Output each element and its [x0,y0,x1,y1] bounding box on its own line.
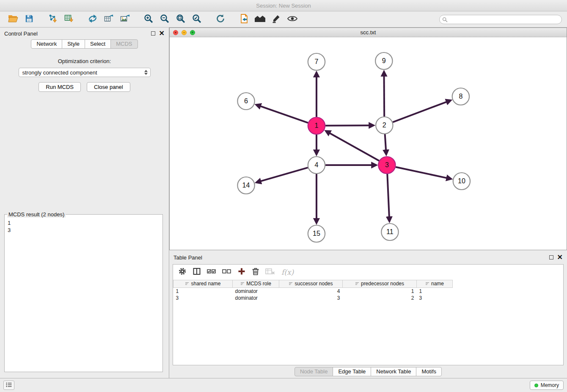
node-label-9: 9 [382,57,386,65]
share-document-button[interactable] [236,13,252,26]
tab-node-table[interactable]: Node Table [295,367,333,376]
export-image-button[interactable] [117,13,133,26]
search-input[interactable] [439,15,562,24]
close-icon[interactable]: ✕ [159,31,165,36]
tab-network-table[interactable]: Network Table [371,367,416,376]
edge-3-1[interactable] [330,133,379,161]
criterion-dropdown[interactable]: strongly connected component [19,68,151,77]
search-icon [442,17,448,24]
column-header-MCDS-role[interactable]: MCDS role [233,280,279,288]
column-header-predecessor-nodes[interactable]: predecessor nodes [343,280,417,288]
network-graph[interactable]: 7968124314101511 [170,37,567,250]
table-panel-tabs: Node TableEdge TableNetwork TableMotifs [295,367,442,376]
unselect-all-columns-button[interactable] [222,268,231,277]
delete-column-button[interactable] [252,267,259,277]
undock-icon[interactable] [151,31,155,36]
add-column-button[interactable] [237,267,246,277]
import-network-button[interactable] [45,13,61,26]
cell-successor-nodes[interactable]: 4 [279,288,343,295]
table-row[interactable]: 1dominator411 [173,288,564,295]
table-settings-button[interactable] [178,267,187,277]
node-label-10: 10 [458,177,465,185]
memory-button[interactable]: Memory [530,381,564,390]
edge-4-14[interactable] [261,168,308,181]
tab-mcds[interactable]: MCDS [110,39,138,49]
eye-icon [287,15,298,24]
edge-1-2[interactable] [325,125,369,126]
tab-select[interactable]: Select [85,39,111,49]
table-panel: Table Panel ✕ f(x) [169,251,567,378]
table-row[interactable]: 3dominator323 [173,295,564,301]
eye-button[interactable] [284,13,300,26]
task-history-button[interactable] [3,381,14,390]
network-window-title: scc.txt [361,29,376,36]
edge-2-9[interactable] [384,76,385,116]
cell-MCDS-role[interactable]: dominator [233,288,279,295]
tab-motifs[interactable]: Motifs [416,367,442,376]
show-columns-button[interactable] [193,267,201,277]
tab-network[interactable]: Network [31,39,62,49]
cell-MCDS-role[interactable]: dominator [233,295,279,301]
minimize-window-icon[interactable]: − [182,30,187,35]
column-header-shared-name[interactable]: shared name [173,280,233,288]
import-network-icon [48,14,58,25]
cell-shared-name[interactable]: 3 [173,295,233,301]
style-brush-icon [272,14,281,25]
zoom-out-icon [160,14,170,25]
import-table-icon [64,14,74,25]
mcds-result-box: MCDS result (2 nodes) 1 3 [4,211,163,372]
cell-shared-name[interactable]: 1 [173,288,233,295]
cell-name[interactable]: 1 [417,288,453,295]
column-header-name[interactable]: name [417,280,453,288]
refresh-button[interactable] [212,13,228,26]
export-table-button[interactable] [101,13,117,26]
window-titlebar: Session: New Session [0,0,567,11]
edge-3-11[interactable] [387,174,389,217]
undock-icon[interactable] [549,255,553,259]
style-brush-button[interactable] [268,13,284,26]
save-session-button[interactable] [21,13,37,26]
import-table-button[interactable] [61,13,77,26]
column-sort-icon [425,281,429,287]
zoom-fit-button[interactable] [173,13,189,26]
memory-button-label: Memory [541,382,559,388]
node-label-8: 8 [459,93,462,100]
cell-successor-nodes[interactable]: 3 [279,295,343,301]
zoom-fit-icon [176,14,186,25]
mcds-panel: Optimization criterion: strongly connect… [0,49,169,378]
home-button[interactable] [252,13,268,26]
mcds-result-lines: 1 3 [6,218,162,235]
zoom-selected-button[interactable] [189,13,205,26]
cell-name[interactable]: 3 [417,295,453,301]
select-all-columns-button[interactable] [207,268,216,277]
export-network-button[interactable] [85,13,101,26]
cell-predecessor-nodes[interactable]: 1 [343,288,417,295]
maximize-window-icon[interactable]: + [190,30,195,35]
network-canvas[interactable]: 7968124314101511 [170,37,567,250]
table-header-row: shared nameMCDS rolesuccessor nodesprede… [173,280,564,288]
edge-3-10[interactable] [396,167,446,178]
close-window-icon[interactable]: × [173,30,178,35]
tab-edge-table[interactable]: Edge Table [333,367,371,376]
open-session-button[interactable] [5,13,21,26]
node-label-3: 3 [385,161,389,169]
column-header-successor-nodes[interactable]: successor nodes [279,280,343,288]
optimization-criterion-label: Optimization criterion: [0,58,169,64]
zoom-out-button[interactable] [157,13,173,26]
status-bar: Memory [0,378,567,392]
column-sort-icon [355,281,359,287]
cell-predecessor-nodes[interactable]: 2 [343,295,417,301]
edge-1-6[interactable] [261,106,308,123]
window-controls: × − + [173,30,195,35]
edge-2-8[interactable] [393,102,446,122]
close-panel-button[interactable]: Close panel [87,82,130,92]
table-toolbar: f(x) [173,265,563,280]
delete-table-button-disabled [265,268,275,277]
node-label-2: 2 [383,121,386,129]
tab-style[interactable]: Style [62,39,85,49]
edge-2-3[interactable] [385,134,386,150]
export-table-icon [104,14,114,25]
zoom-in-button[interactable] [140,13,157,26]
close-icon[interactable]: ✕ [557,255,563,259]
run-mcds-button[interactable]: Run MCDS [39,82,81,92]
